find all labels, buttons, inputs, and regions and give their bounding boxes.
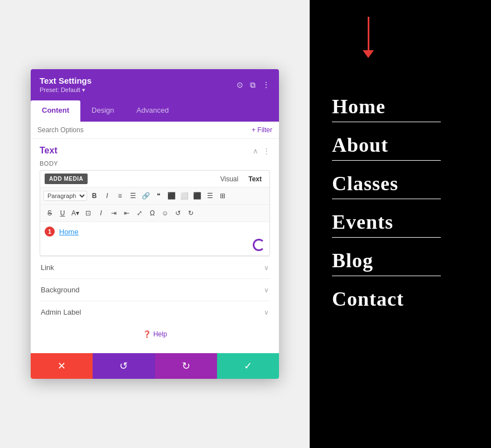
view-tabs: Visual Text bbox=[217, 174, 265, 184]
visual-tab[interactable]: Visual bbox=[217, 174, 242, 184]
nav-label-events: Events bbox=[332, 210, 469, 234]
editor-content[interactable]: 1 Home bbox=[40, 222, 269, 256]
cancel-button[interactable]: ✕ bbox=[31, 353, 93, 379]
align-right-button[interactable]: ⬛ bbox=[191, 190, 203, 202]
blockquote-button[interactable]: ❝ bbox=[152, 190, 165, 202]
text-tab[interactable]: Text bbox=[245, 174, 265, 184]
nav-menu: Home About Classes Events Blog Contact bbox=[332, 89, 469, 316]
section-icons: ∧ ⋮ bbox=[253, 147, 270, 155]
ordered-list-button[interactable]: ☰ bbox=[127, 190, 139, 202]
link-section: Link ∨ bbox=[40, 256, 270, 278]
help-label: Help bbox=[153, 330, 167, 338]
admin-label-section-header[interactable]: Admin Label ∨ bbox=[40, 308, 270, 316]
panel-preset[interactable]: Preset: Default ▾ bbox=[40, 86, 92, 94]
nav-item-classes[interactable]: Classes bbox=[332, 166, 469, 205]
paste-text-button[interactable]: ⊡ bbox=[82, 207, 94, 219]
indent-button[interactable]: ⇥ bbox=[108, 207, 120, 219]
settings-panel: Text Settings Preset: Default ▾ ⊙ ⧉ ⋮ Co… bbox=[31, 69, 279, 379]
nav-item-about[interactable]: About bbox=[332, 128, 469, 166]
fullscreen-button[interactable]: ⤢ bbox=[133, 207, 146, 219]
text-section-header: Text ∧ ⋮ bbox=[40, 146, 270, 156]
link-label: Link bbox=[41, 263, 54, 272]
left-area: Text Settings Preset: Default ▾ ⊙ ⧉ ⋮ Co… bbox=[0, 0, 310, 448]
text-color-button[interactable]: A▾ bbox=[69, 207, 81, 219]
arrow-head bbox=[363, 50, 374, 58]
body-label: Body bbox=[40, 160, 270, 167]
editor-toolbar-row1: Paragraph Heading 1 Heading 2 B I ≡ ☰ 🔗 … bbox=[40, 187, 269, 205]
background-label: Background bbox=[41, 286, 79, 294]
panel-title: Text Settings bbox=[40, 76, 92, 85]
admin-label-section: Admin Label ∨ bbox=[40, 301, 270, 323]
search-bar: + Filter bbox=[31, 122, 279, 139]
panel-header-icons: ⊙ ⧉ ⋮ bbox=[237, 80, 270, 90]
collapse-icon[interactable]: ∧ bbox=[253, 147, 258, 155]
tab-advanced[interactable]: Advanced bbox=[126, 100, 180, 122]
background-chevron: ∨ bbox=[264, 286, 269, 294]
admin-label-chevron: ∨ bbox=[264, 309, 269, 316]
nav-item-events[interactable]: Events bbox=[332, 205, 469, 243]
link-section-header[interactable]: Link ∨ bbox=[40, 263, 270, 272]
editor-toolbar-row2: S U A▾ ⊡ I ⇥ ⇤ ⤢ Ω ☺ ↺ ↻ bbox=[40, 205, 269, 222]
editor-top-bar: ADD MEDIA Visual Text bbox=[40, 171, 269, 187]
outdent-button[interactable]: ⇤ bbox=[121, 207, 133, 219]
help-icon: ❓ bbox=[143, 330, 151, 338]
nav-label-blog: Blog bbox=[332, 249, 469, 272]
nav-divider-about bbox=[332, 160, 441, 161]
editor-container: ADD MEDIA Visual Text Paragraph Heading … bbox=[40, 170, 270, 256]
redo-editor-button[interactable]: ↻ bbox=[185, 207, 197, 219]
add-media-button[interactable]: ADD MEDIA bbox=[45, 174, 88, 184]
panel-body: Text ∧ ⋮ Body ADD MEDIA Visual Text bbox=[31, 139, 279, 353]
right-area: Home About Classes Events Blog Contact bbox=[310, 0, 491, 448]
more-icon[interactable]: ⋮ bbox=[262, 80, 270, 89]
redo-button[interactable]: ↻ bbox=[155, 353, 217, 379]
italic2-button[interactable]: I bbox=[95, 207, 107, 219]
nav-divider-blog bbox=[332, 276, 441, 276]
step-badge: 1 bbox=[45, 227, 55, 237]
nav-label-home: Home bbox=[332, 95, 469, 118]
strikethrough-button[interactable]: S bbox=[44, 207, 56, 219]
special-char-button[interactable]: Ω bbox=[146, 207, 158, 219]
table-button[interactable]: ⊞ bbox=[216, 190, 229, 202]
filter-button[interactable]: + Filter bbox=[252, 126, 272, 134]
tab-design[interactable]: Design bbox=[80, 100, 125, 122]
save-button[interactable]: ✓ bbox=[217, 353, 279, 379]
unordered-list-button[interactable]: ≡ bbox=[114, 190, 126, 202]
nav-divider-home bbox=[332, 122, 441, 122]
admin-label-label: Admin Label bbox=[41, 308, 81, 316]
nav-label-about: About bbox=[332, 133, 469, 157]
bold-button[interactable]: B bbox=[88, 190, 100, 202]
panel-tabs: Content Design Advanced bbox=[31, 100, 279, 122]
justify-button[interactable]: ☰ bbox=[204, 190, 216, 202]
align-center-button[interactable]: ⬜ bbox=[178, 190, 190, 202]
search-input[interactable] bbox=[37, 126, 252, 134]
editor-link[interactable]: Home bbox=[59, 228, 79, 236]
arrow-down bbox=[363, 17, 374, 58]
editor-progress bbox=[253, 239, 265, 251]
nav-label-classes: Classes bbox=[332, 172, 469, 195]
nav-label-contact: Contact bbox=[332, 287, 469, 311]
link-chevron: ∨ bbox=[264, 264, 269, 272]
tab-content[interactable]: Content bbox=[31, 100, 80, 122]
underline-button[interactable]: U bbox=[56, 207, 69, 219]
undo-editor-button[interactable]: ↺ bbox=[172, 207, 184, 219]
undo-button[interactable]: ↺ bbox=[93, 353, 155, 379]
section-more-icon[interactable]: ⋮ bbox=[263, 147, 270, 155]
focus-icon[interactable]: ⊙ bbox=[237, 80, 243, 89]
background-section: Background ∨ bbox=[40, 278, 270, 301]
background-section-header[interactable]: Background ∨ bbox=[40, 286, 270, 294]
arrow-line bbox=[368, 17, 369, 50]
nav-item-contact[interactable]: Contact bbox=[332, 282, 469, 316]
emoji-button[interactable]: ☺ bbox=[159, 207, 171, 219]
expand-icon[interactable]: ⧉ bbox=[250, 80, 256, 90]
nav-divider-events bbox=[332, 237, 441, 238]
italic-button[interactable]: I bbox=[101, 190, 113, 202]
panel-header: Text Settings Preset: Default ▾ ⊙ ⧉ ⋮ bbox=[31, 69, 279, 100]
nav-item-blog[interactable]: Blog bbox=[332, 243, 469, 282]
nav-item-home[interactable]: Home bbox=[332, 89, 469, 128]
align-left-button[interactable]: ⬛ bbox=[165, 190, 177, 202]
link-button[interactable]: 🔗 bbox=[139, 190, 152, 202]
help-button[interactable]: ❓ Help bbox=[143, 330, 167, 338]
help-section: ❓ Help bbox=[40, 323, 270, 346]
paragraph-select[interactable]: Paragraph Heading 1 Heading 2 bbox=[44, 191, 87, 201]
panel-footer: ✕ ↺ ↻ ✓ bbox=[31, 353, 279, 379]
